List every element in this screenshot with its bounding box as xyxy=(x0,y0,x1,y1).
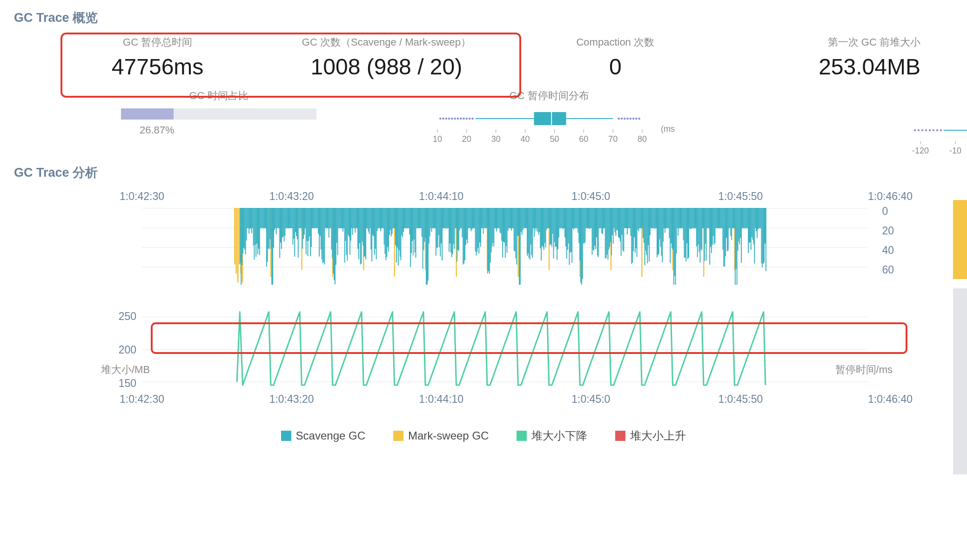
svg-rect-467 xyxy=(580,208,581,282)
svg-rect-313 xyxy=(445,208,446,228)
svg-rect-627 xyxy=(721,208,722,228)
svg-rect-666 xyxy=(755,208,756,228)
svg-rect-153 xyxy=(305,208,306,228)
svg-rect-578 xyxy=(678,208,678,236)
svg-rect-160 xyxy=(311,208,312,247)
svg-rect-545 xyxy=(649,208,650,262)
svg-rect-216 xyxy=(360,208,361,264)
svg-rect-258 xyxy=(397,208,398,247)
svg-rect-651 xyxy=(742,208,743,228)
svg-rect-173 xyxy=(322,208,323,263)
svg-rect-98 xyxy=(256,208,257,244)
svg-rect-475 xyxy=(587,208,588,228)
legend-item-marksweep: Mark-sweep GC xyxy=(393,428,489,443)
svg-rect-144 xyxy=(297,208,298,240)
svg-rect-299 xyxy=(433,208,434,228)
svg-rect-109 xyxy=(266,208,267,267)
svg-rect-143 xyxy=(296,208,297,236)
svg-rect-511 xyxy=(619,208,620,238)
svg-rect-199 xyxy=(345,208,346,241)
svg-rect-641 xyxy=(733,208,734,228)
svg-rect-301 xyxy=(435,208,436,228)
svg-rect-449 xyxy=(564,208,565,237)
svg-rect-329 xyxy=(459,208,460,230)
svg-rect-247 xyxy=(387,208,388,247)
svg-rect-232 xyxy=(374,208,375,254)
timeline-tick: 1:0:44:10 xyxy=(419,190,463,203)
svg-rect-597 xyxy=(694,208,695,228)
svg-rect-538 xyxy=(643,208,644,238)
svg-rect-493 xyxy=(603,208,604,228)
svg-rect-395 xyxy=(517,208,518,236)
svg-rect-139 xyxy=(292,208,293,245)
svg-rect-575 xyxy=(675,208,676,285)
svg-rect-674 xyxy=(762,208,763,267)
svg-rect-454 xyxy=(569,208,570,265)
svg-text:20: 20 xyxy=(462,134,471,144)
svg-rect-180 xyxy=(329,208,329,238)
svg-rect-405 xyxy=(526,208,527,228)
svg-rect-601 xyxy=(698,208,699,245)
legend-item-heap-up: 堆大小上升 xyxy=(615,428,686,443)
svg-rect-621 xyxy=(715,208,716,228)
pause-chart-svg xyxy=(142,208,867,287)
svg-rect-179 xyxy=(328,208,329,228)
svg-text:70: 70 xyxy=(608,134,618,144)
svg-rect-573 xyxy=(673,208,674,285)
svg-rect-404 xyxy=(525,208,526,228)
svg-point-9 xyxy=(457,118,459,120)
svg-rect-662 xyxy=(752,208,752,237)
svg-rect-274 xyxy=(411,208,412,253)
svg-rect-183 xyxy=(331,208,332,250)
svg-rect-324 xyxy=(455,208,456,228)
svg-rect-544 xyxy=(648,208,649,245)
svg-rect-427 xyxy=(545,208,546,247)
chart-legend: Scavenge GC Mark-sweep GC 堆大小下降 堆大小上升 xyxy=(72,428,895,443)
svg-rect-646 xyxy=(738,208,739,251)
svg-rect-535 xyxy=(640,208,641,228)
svg-rect-172 xyxy=(322,208,322,259)
svg-rect-162 xyxy=(313,208,314,228)
svg-rect-675 xyxy=(763,208,764,264)
svg-rect-317 xyxy=(449,208,450,252)
metric-compaction: Compaction 次数 0 xyxy=(514,35,717,80)
svg-rect-565 xyxy=(666,208,667,228)
svg-rect-356 xyxy=(483,208,484,233)
svg-rect-532 xyxy=(638,208,638,229)
pause-chart: 0204060 xyxy=(142,208,867,287)
svg-rect-226 xyxy=(369,208,370,234)
svg-rect-136 xyxy=(290,208,291,228)
svg-rect-259 xyxy=(398,208,399,266)
svg-rect-135 xyxy=(289,208,290,228)
svg-rect-448 xyxy=(564,208,564,228)
svg-rect-381 xyxy=(505,208,506,258)
svg-rect-145 xyxy=(298,208,299,258)
svg-rect-668 xyxy=(757,208,758,238)
svg-rect-249 xyxy=(389,208,390,235)
svg-rect-485 xyxy=(596,208,597,237)
svg-rect-516 xyxy=(623,208,624,252)
svg-rect-437 xyxy=(554,208,555,242)
svg-rect-118 xyxy=(274,208,275,230)
svg-rect-581 xyxy=(680,208,681,228)
svg-rect-90 xyxy=(249,208,250,229)
svg-rect-436 xyxy=(553,208,554,259)
svg-rect-419 xyxy=(538,208,539,235)
progress-bar xyxy=(121,108,316,120)
svg-rect-325 xyxy=(456,208,457,228)
svg-rect-161 xyxy=(312,208,313,228)
svg-rect-445 xyxy=(561,208,562,228)
svg-rect-624 xyxy=(718,208,719,228)
svg-rect-209 xyxy=(354,208,355,228)
svg-rect-418 xyxy=(537,208,538,232)
svg-rect-541 xyxy=(645,208,646,251)
svg-rect-250 xyxy=(390,208,391,230)
svg-rect-470 xyxy=(583,208,584,243)
svg-rect-158 xyxy=(309,208,310,236)
svg-rect-234 xyxy=(376,208,377,259)
svg-rect-590 xyxy=(688,208,689,258)
svg-rect-490 xyxy=(600,208,601,228)
svg-rect-442 xyxy=(558,208,559,237)
svg-rect-588 xyxy=(686,208,687,243)
svg-rect-378 xyxy=(502,208,503,258)
